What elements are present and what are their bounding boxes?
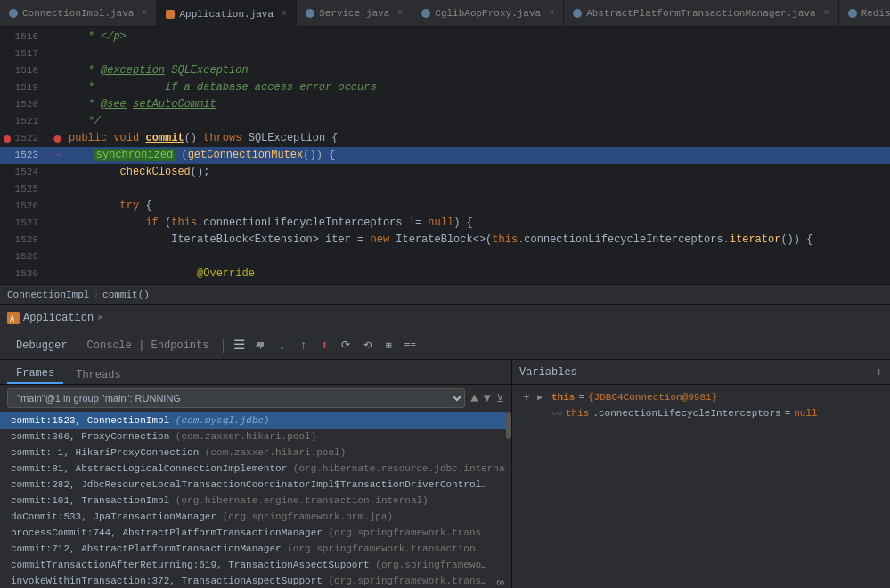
toolbar-tab-console[interactable]: Console | Endpoints xyxy=(78,336,218,355)
frame-text: commit:81, AbstractLogicalConnectionImpl… xyxy=(11,463,511,474)
tab-connectionimpl[interactable]: ConnectionImpl.java × xyxy=(0,0,157,27)
line-number: 1522 xyxy=(0,130,49,147)
variable-this: + ▶ this = {JDBC4Connection@9981} xyxy=(512,388,890,406)
tab-threads[interactable]: Threads xyxy=(67,366,129,384)
line-number: 1518 xyxy=(0,62,49,79)
stack-frame-item[interactable]: commit:282, JdbcResourceLocalTransaction… xyxy=(0,477,511,493)
stack-frame-item[interactable]: commitTransactionAfterReturning:619, Tra… xyxy=(0,557,511,573)
tab-abstractplatformtransactionmanager[interactable]: AbstractPlatformTransactionManager.java … xyxy=(564,0,838,27)
code-text: @Override xyxy=(65,265,890,282)
code-text: try { xyxy=(65,198,890,215)
tab-close[interactable]: × xyxy=(397,8,403,18)
toolbar-btn-evaluate[interactable]: ⟳ xyxy=(336,336,355,355)
stack-frame-item[interactable]: commit:101, TransactionImpl (org.hiberna… xyxy=(0,493,511,509)
var-value-this[interactable]: {JDBC4Connection@9981} xyxy=(588,392,717,403)
var-no-expand: ○○ xyxy=(551,409,562,419)
stack-frame-item[interactable]: invokeWithinTransaction:372, Transaction… xyxy=(0,573,511,588)
thread-nav-down[interactable]: ▼ xyxy=(484,391,491,405)
line-number: 1527 xyxy=(0,215,49,232)
stack-frame-item[interactable]: commit:81, AbstractLogicalConnectionImpl… xyxy=(0,461,511,477)
frame-text: invokeWithinTransaction:372, Transaction… xyxy=(11,576,492,586)
svg-text:↷: ↷ xyxy=(256,342,261,352)
code-line-1525: 1525 xyxy=(0,181,890,198)
var-expand-this[interactable]: ▶ xyxy=(537,392,548,403)
toolbar-btn-trace[interactable]: ⟲ xyxy=(357,336,377,355)
tab-label: Application.java xyxy=(179,9,274,20)
line-number: 1517 xyxy=(0,45,49,62)
code-line-1520: 1520 * @see setAutoCommit xyxy=(0,96,890,113)
tab-close[interactable]: × xyxy=(824,8,829,18)
code-line-1522: 1522 ⬤ public void commit() throws SQLEx… xyxy=(0,130,890,147)
toolbar-tab-debugger[interactable]: Debugger xyxy=(7,336,77,355)
tab-label: CglibAopProxy.java xyxy=(435,8,541,19)
variable-connection-interceptors: ○○ this.connectionLifecycleInterceptors … xyxy=(512,406,890,421)
thread-selector[interactable]: "main"@1 in group "main": RUNNING xyxy=(7,388,465,408)
breadcrumb-commit[interactable]: commit() xyxy=(102,290,150,300)
tab-cglibaopproxy[interactable]: CglibAopProxy.java × xyxy=(412,0,564,27)
stack-frame-item[interactable]: commit:712, AbstractPlatformTransactionM… xyxy=(0,541,511,557)
stack-frame-item[interactable]: processCommit:744, AbstractPlatformTrans… xyxy=(0,525,511,541)
code-line-1524: 1524 checkClosed(); xyxy=(0,164,890,181)
breadcrumb-connectionimpl[interactable]: ConnectionImpl xyxy=(7,290,89,300)
code-text: * </p> xyxy=(65,29,890,45)
code-line-1517: 1517 xyxy=(0,45,890,62)
stack-frame-item[interactable]: commit:1523, ConnectionImpl (com.mysql.j… xyxy=(0,412,511,429)
toolbar-btn-layout[interactable]: ☰ xyxy=(229,336,249,355)
var-name-interceptors-rest: .connectionLifecycleInterceptors xyxy=(592,408,780,419)
tab-close[interactable]: × xyxy=(142,8,147,18)
line-number: 1524 xyxy=(0,164,49,181)
frame-text: doCommit:533, JpaTransactionManager (org… xyxy=(11,511,393,522)
var-add-btn[interactable]: + xyxy=(519,390,534,404)
line-number: 1531 xyxy=(0,282,49,285)
tab-label: RedisCache.java xyxy=(861,8,890,19)
code-text: * @exception SQLException xyxy=(65,62,890,79)
line-number: 1523 xyxy=(0,147,49,164)
line-number: 1516 xyxy=(0,29,49,45)
thread-selector-row: "main"@1 in group "main": RUNNING ▲ ▼ ⊻ xyxy=(0,385,511,412)
thread-nav-up[interactable]: ▲ xyxy=(470,391,478,405)
stack-frame-item[interactable]: commit:366, ProxyConnection (com.zaxxer.… xyxy=(0,429,511,445)
code-line-1521: 1521 */ xyxy=(0,113,890,130)
code-line-1531: 1531 ◆ void forEach(Extension each) thro… xyxy=(0,282,890,285)
variables-add-btn[interactable]: + xyxy=(876,365,883,380)
line-number: 1525 xyxy=(0,181,49,198)
frame-text: commit:282, JdbcResourceLocalTransaction… xyxy=(11,479,492,490)
debug-session-bar: A Application × xyxy=(0,305,890,331)
variables-title: Variables xyxy=(519,366,577,379)
toolbar-btn-step-out[interactable]: ↑ xyxy=(293,336,313,355)
frame-text: commit:1523, ConnectionImpl (com.mysql.j… xyxy=(11,415,269,426)
tab-frames[interactable]: Frames xyxy=(7,364,63,384)
tab-close[interactable]: × xyxy=(282,9,287,19)
code-line-1529: 1529 xyxy=(0,249,890,265)
tab-label: Service.java xyxy=(319,8,389,19)
code-text: public void commit() throws SQLException… xyxy=(65,130,890,147)
tab-label: AbstractPlatformTransactionManager.java xyxy=(586,8,815,19)
frame-text: commit:712, AbstractPlatformTransactionM… xyxy=(11,543,492,554)
tab-close[interactable]: × xyxy=(549,8,554,18)
tab-bar: ConnectionImpl.java × Application.java ×… xyxy=(0,0,890,27)
stack-frame-item[interactable]: commit:-1, HikariProxyConnection (com.za… xyxy=(0,445,511,461)
breakpoint-indicator xyxy=(4,135,11,143)
panel-tabs: Frames Threads xyxy=(0,360,511,385)
toolbar-btn-step-over[interactable]: ↷ xyxy=(250,336,270,355)
scrollbar-track xyxy=(506,412,511,588)
show-all-frames-btn[interactable]: ∞ xyxy=(497,576,504,588)
tab-application[interactable]: Application.java × xyxy=(157,0,297,27)
toolbar-btn-settings[interactable]: ≡≡ xyxy=(400,336,420,355)
tab-rediscache[interactable]: RedisCache.java × xyxy=(839,0,890,27)
line-number: 1519 xyxy=(0,79,49,96)
toolbar-btn-run-cursor[interactable]: ⬆ xyxy=(314,336,334,355)
code-text: */ xyxy=(65,113,890,130)
toolbar-btn-step-into[interactable]: ↓ xyxy=(272,336,291,355)
debug-close-btn[interactable]: × xyxy=(97,313,103,323)
code-line-1526: 1526 try { xyxy=(0,198,890,215)
thread-filter-btn[interactable]: ⊻ xyxy=(496,392,504,405)
var-equals: = xyxy=(578,392,584,403)
line-number: 1530 xyxy=(0,265,49,282)
stack-frame-item[interactable]: doCommit:533, JpaTransactionManager (org… xyxy=(0,509,511,525)
toolbar-btn-frames[interactable]: ⊞ xyxy=(379,336,398,355)
tab-service[interactable]: Service.java × xyxy=(297,0,412,27)
line-number: 1529 xyxy=(0,249,49,265)
svg-text:A: A xyxy=(10,314,15,323)
scrollbar-thumb[interactable] xyxy=(506,412,511,439)
